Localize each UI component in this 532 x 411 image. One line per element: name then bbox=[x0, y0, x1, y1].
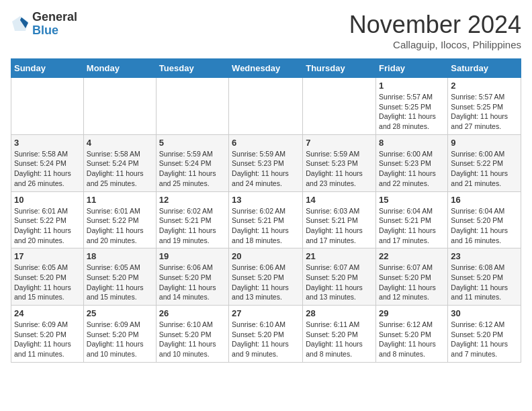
day-number: 8 bbox=[379, 138, 445, 148]
day-of-week-sunday: Sunday bbox=[11, 59, 84, 78]
day-number: 11 bbox=[87, 195, 153, 205]
day-number: 29 bbox=[379, 308, 445, 318]
day-number: 21 bbox=[306, 251, 373, 261]
day-info: Sunrise: 6:08 AMSunset: 5:20 PMDaylight:… bbox=[451, 263, 518, 302]
calendar-cell: 8Sunrise: 6:00 AMSunset: 5:23 PMDaylight… bbox=[376, 134, 448, 191]
day-info: Sunrise: 6:07 AMSunset: 5:20 PMDaylight:… bbox=[306, 263, 373, 302]
calendar-cell: 25Sunrise: 6:09 AMSunset: 5:20 PMDayligh… bbox=[83, 306, 156, 363]
day-of-week-thursday: Thursday bbox=[303, 59, 376, 78]
calendar-cell: 27Sunrise: 6:10 AMSunset: 5:20 PMDayligh… bbox=[229, 306, 303, 363]
calendar-cell: 5Sunrise: 5:59 AMSunset: 5:24 PMDaylight… bbox=[156, 134, 228, 191]
calendar-cell: 4Sunrise: 5:58 AMSunset: 5:24 PMDaylight… bbox=[83, 134, 156, 191]
calendar-cell: 1Sunrise: 5:57 AMSunset: 5:25 PMDaylight… bbox=[376, 78, 448, 135]
calendar-cell bbox=[83, 78, 156, 135]
day-number: 17 bbox=[14, 251, 81, 261]
day-number: 10 bbox=[14, 195, 81, 205]
day-info: Sunrise: 5:59 AMSunset: 5:24 PMDaylight:… bbox=[159, 149, 226, 189]
day-info: Sunrise: 6:06 AMSunset: 5:20 PMDaylight:… bbox=[159, 263, 226, 302]
day-number: 18 bbox=[87, 251, 153, 261]
logo-text: General Blue bbox=[32, 11, 77, 38]
day-number: 3 bbox=[14, 138, 81, 148]
day-info: Sunrise: 5:57 AMSunset: 5:25 PMDaylight:… bbox=[451, 92, 518, 132]
calendar-header: SundayMondayTuesdayWednesdayThursdayFrid… bbox=[11, 59, 521, 78]
calendar-cell: 3Sunrise: 5:58 AMSunset: 5:24 PMDaylight… bbox=[11, 134, 84, 191]
day-number: 5 bbox=[159, 138, 226, 148]
calendar-cell: 11Sunrise: 6:01 AMSunset: 5:22 PMDayligh… bbox=[83, 191, 156, 248]
day-number: 27 bbox=[232, 308, 300, 318]
calendar-week-3: 10Sunrise: 6:01 AMSunset: 5:22 PMDayligh… bbox=[11, 191, 521, 248]
day-info: Sunrise: 6:12 AMSunset: 5:20 PMDaylight:… bbox=[451, 320, 518, 359]
calendar-cell: 15Sunrise: 6:04 AMSunset: 5:21 PMDayligh… bbox=[376, 191, 448, 248]
day-number: 22 bbox=[379, 251, 445, 261]
day-info: Sunrise: 6:11 AMSunset: 5:20 PMDaylight:… bbox=[306, 320, 373, 359]
page-header: General Blue November 2024 Callaguip, Il… bbox=[11, 11, 521, 50]
day-info: Sunrise: 6:04 AMSunset: 5:21 PMDaylight:… bbox=[379, 206, 445, 246]
day-number: 26 bbox=[159, 308, 226, 318]
calendar-cell: 19Sunrise: 6:06 AMSunset: 5:20 PMDayligh… bbox=[156, 248, 228, 306]
calendar-cell: 17Sunrise: 6:05 AMSunset: 5:20 PMDayligh… bbox=[11, 248, 84, 306]
calendar-cell: 18Sunrise: 6:05 AMSunset: 5:20 PMDayligh… bbox=[83, 248, 156, 306]
logo-blue: Blue bbox=[32, 24, 77, 38]
day-info: Sunrise: 6:09 AMSunset: 5:20 PMDaylight:… bbox=[87, 320, 153, 359]
day-info: Sunrise: 5:57 AMSunset: 5:25 PMDaylight:… bbox=[379, 92, 445, 132]
day-number: 30 bbox=[451, 308, 518, 318]
location: Callaguip, Ilocos, Philippines bbox=[349, 39, 521, 50]
calendar-cell: 21Sunrise: 6:07 AMSunset: 5:20 PMDayligh… bbox=[303, 248, 376, 306]
calendar-cell: 20Sunrise: 6:06 AMSunset: 5:20 PMDayligh… bbox=[229, 248, 303, 306]
calendar-cell bbox=[11, 78, 84, 135]
day-info: Sunrise: 5:58 AMSunset: 5:24 PMDaylight:… bbox=[14, 149, 81, 189]
calendar-cell: 28Sunrise: 6:11 AMSunset: 5:20 PMDayligh… bbox=[303, 306, 376, 363]
day-of-week-friday: Friday bbox=[376, 59, 448, 78]
day-number: 16 bbox=[451, 195, 518, 205]
day-number: 28 bbox=[306, 308, 373, 318]
day-number: 9 bbox=[451, 138, 518, 148]
calendar-cell: 12Sunrise: 6:02 AMSunset: 5:21 PMDayligh… bbox=[156, 191, 228, 248]
title-block: November 2024 Callaguip, Ilocos, Philipp… bbox=[349, 11, 521, 50]
calendar-week-2: 3Sunrise: 5:58 AMSunset: 5:24 PMDaylight… bbox=[11, 134, 521, 191]
day-number: 15 bbox=[379, 195, 445, 205]
day-info: Sunrise: 6:00 AMSunset: 5:23 PMDaylight:… bbox=[379, 149, 445, 189]
calendar-week-1: 1Sunrise: 5:57 AMSunset: 5:25 PMDaylight… bbox=[11, 78, 521, 135]
day-number: 6 bbox=[232, 138, 300, 148]
calendar-cell: 16Sunrise: 6:04 AMSunset: 5:20 PMDayligh… bbox=[448, 191, 521, 248]
day-of-week-wednesday: Wednesday bbox=[229, 59, 303, 78]
day-number: 23 bbox=[451, 251, 518, 261]
calendar-table: SundayMondayTuesdayWednesdayThursdayFrid… bbox=[11, 58, 521, 363]
day-of-week-tuesday: Tuesday bbox=[156, 59, 228, 78]
day-number: 4 bbox=[87, 138, 153, 148]
day-number: 2 bbox=[451, 81, 518, 91]
day-number: 24 bbox=[14, 308, 81, 318]
month-title: November 2024 bbox=[349, 11, 521, 39]
day-of-week-monday: Monday bbox=[83, 59, 156, 78]
day-number: 1 bbox=[379, 81, 445, 91]
day-info: Sunrise: 6:05 AMSunset: 5:20 PMDaylight:… bbox=[14, 263, 81, 302]
days-row: SundayMondayTuesdayWednesdayThursdayFrid… bbox=[11, 59, 521, 78]
day-number: 12 bbox=[159, 195, 226, 205]
day-info: Sunrise: 6:00 AMSunset: 5:22 PMDaylight:… bbox=[451, 149, 518, 189]
day-number: 13 bbox=[232, 195, 300, 205]
calendar-cell bbox=[229, 78, 303, 135]
day-number: 19 bbox=[159, 251, 226, 261]
day-number: 14 bbox=[306, 195, 373, 205]
calendar-cell: 22Sunrise: 6:07 AMSunset: 5:20 PMDayligh… bbox=[376, 248, 448, 306]
calendar-cell: 2Sunrise: 5:57 AMSunset: 5:25 PMDaylight… bbox=[448, 78, 521, 135]
calendar-cell: 30Sunrise: 6:12 AMSunset: 5:20 PMDayligh… bbox=[448, 306, 521, 363]
day-info: Sunrise: 5:59 AMSunset: 5:23 PMDaylight:… bbox=[306, 149, 373, 189]
day-number: 20 bbox=[232, 251, 300, 261]
calendar-cell: 14Sunrise: 6:03 AMSunset: 5:21 PMDayligh… bbox=[303, 191, 376, 248]
day-info: Sunrise: 5:59 AMSunset: 5:23 PMDaylight:… bbox=[232, 149, 300, 189]
calendar-cell bbox=[156, 78, 228, 135]
day-info: Sunrise: 6:07 AMSunset: 5:20 PMDaylight:… bbox=[379, 263, 445, 302]
day-info: Sunrise: 6:01 AMSunset: 5:22 PMDaylight:… bbox=[14, 206, 81, 246]
day-number: 7 bbox=[306, 138, 373, 148]
day-info: Sunrise: 5:58 AMSunset: 5:24 PMDaylight:… bbox=[87, 149, 153, 189]
day-number: 25 bbox=[87, 308, 153, 318]
calendar-cell: 29Sunrise: 6:12 AMSunset: 5:20 PMDayligh… bbox=[376, 306, 448, 363]
day-info: Sunrise: 6:02 AMSunset: 5:21 PMDaylight:… bbox=[232, 206, 300, 246]
calendar-cell: 24Sunrise: 6:09 AMSunset: 5:20 PMDayligh… bbox=[11, 306, 84, 363]
day-info: Sunrise: 6:12 AMSunset: 5:20 PMDaylight:… bbox=[379, 320, 445, 359]
day-info: Sunrise: 6:02 AMSunset: 5:21 PMDaylight:… bbox=[159, 206, 226, 246]
calendar-cell: 6Sunrise: 5:59 AMSunset: 5:23 PMDaylight… bbox=[229, 134, 303, 191]
calendar-cell bbox=[303, 78, 376, 135]
calendar-week-5: 24Sunrise: 6:09 AMSunset: 5:20 PMDayligh… bbox=[11, 306, 521, 363]
